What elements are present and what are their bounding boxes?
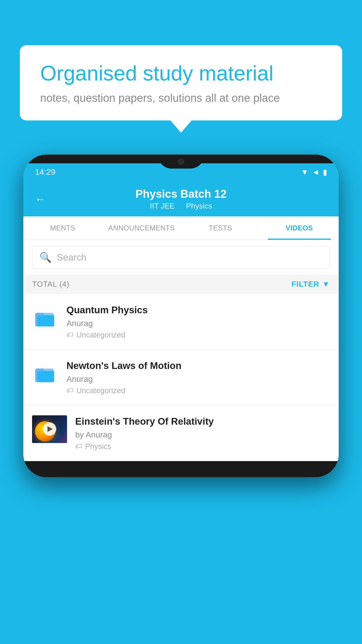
back-arrow-icon[interactable]: ← — [35, 193, 45, 205]
tag-label: Uncategorized — [76, 330, 125, 340]
header-subtitle-part1: IIT JEE — [150, 202, 175, 210]
phone-mockup: 14:29 ▼ ◄ ▮ ← Physics Batch 12 IIT JEE P… — [23, 155, 339, 477]
video-title: Newton's Laws of Motion — [66, 360, 330, 372]
front-camera — [178, 158, 184, 165]
status-icons: ▼ ◄ ▮ — [301, 168, 327, 177]
folder-icon-wrap — [32, 360, 58, 386]
search-icon: 🔍 — [39, 251, 52, 263]
video-author: Anurag — [66, 374, 330, 384]
video-thumbnail — [32, 415, 67, 443]
header-subtitle-part2: Physics — [186, 202, 212, 210]
filter-button[interactable]: FILTER ▼ — [291, 280, 330, 289]
search-placeholder: Search — [57, 252, 86, 263]
tab-tests[interactable]: TESTS — [181, 216, 260, 240]
search-container: 🔍 Search — [23, 240, 339, 274]
filter-bar: TOTAL (4) FILTER ▼ — [23, 274, 339, 294]
folder-icon — [34, 361, 57, 384]
phone-notch — [158, 155, 204, 169]
video-author: Anurag — [66, 319, 330, 328]
video-tag: 🏷 Uncategorized — [66, 330, 330, 340]
video-info: Einstein's Theory Of Relativity by Anura… — [75, 415, 330, 451]
video-title: Quantum Physics — [66, 304, 330, 316]
wifi-icon: ▼ — [301, 168, 309, 177]
tag-label: Physics — [85, 442, 111, 451]
play-triangle-icon — [48, 426, 53, 432]
video-author: by Anurag — [75, 430, 330, 440]
phone-screen: 14:29 ▼ ◄ ▮ ← Physics Batch 12 IIT JEE P… — [23, 163, 339, 461]
tag-label: Uncategorized — [76, 386, 125, 395]
list-item[interactable]: Quantum Physics Anurag 🏷 Uncategorized — [23, 294, 339, 350]
status-time: 14:29 — [35, 167, 55, 177]
tab-bar: MENTS ANNOUNCEMENTS TESTS VIDEOS — [23, 216, 339, 240]
app-header: ← Physics Batch 12 IIT JEE Physics — [23, 181, 339, 216]
tab-ments[interactable]: MENTS — [23, 216, 102, 240]
phone-body: 14:29 ▼ ◄ ▮ ← Physics Batch 12 IIT JEE P… — [23, 155, 339, 477]
tab-videos[interactable]: VIDEOS — [260, 216, 339, 240]
tab-announcements[interactable]: ANNOUNCEMENTS — [102, 216, 181, 240]
video-list: Quantum Physics Anurag 🏷 Uncategorized — [23, 294, 339, 461]
video-info: Newton's Laws of Motion Anurag 🏷 Uncateg… — [66, 360, 330, 395]
signal-icon: ◄ — [312, 168, 319, 177]
speech-bubble-subtitle: notes, question papers, solutions all at… — [40, 92, 322, 104]
speech-bubble: Organised study material notes, question… — [20, 45, 342, 120]
list-item[interactable]: Newton's Laws of Motion Anurag 🏷 Uncateg… — [23, 350, 339, 405]
tag-icon: 🏷 — [66, 386, 73, 395]
filter-funnel-icon: ▼ — [322, 280, 330, 289]
play-button[interactable] — [43, 422, 56, 436]
tag-icon: 🏷 — [75, 442, 82, 450]
header-subtitle: IIT JEE Physics — [136, 202, 227, 211]
speech-bubble-container: Organised study material notes, question… — [20, 45, 342, 120]
list-item[interactable]: Einstein's Theory Of Relativity by Anura… — [23, 405, 339, 461]
phone-bottom-bezel — [23, 461, 339, 477]
video-tag: 🏷 Physics — [75, 442, 330, 451]
filter-label: FILTER — [291, 280, 319, 289]
video-title: Einstein's Theory Of Relativity — [75, 415, 330, 428]
folder-icon — [34, 306, 57, 328]
video-info: Quantum Physics Anurag 🏷 Uncategorized — [66, 304, 330, 340]
speech-bubble-title: Organised study material — [40, 61, 322, 85]
battery-icon: ▮ — [323, 168, 327, 177]
total-count: TOTAL (4) — [32, 280, 69, 289]
folder-icon-wrap — [32, 304, 58, 330]
search-bar[interactable]: 🔍 Search — [32, 246, 330, 269]
phone-top-bezel — [23, 155, 339, 163]
header-title: Physics Batch 12 — [136, 188, 227, 200]
header-title-group: Physics Batch 12 IIT JEE Physics — [136, 188, 227, 211]
video-tag: 🏷 Uncategorized — [66, 386, 330, 395]
tag-icon: 🏷 — [66, 331, 73, 339]
